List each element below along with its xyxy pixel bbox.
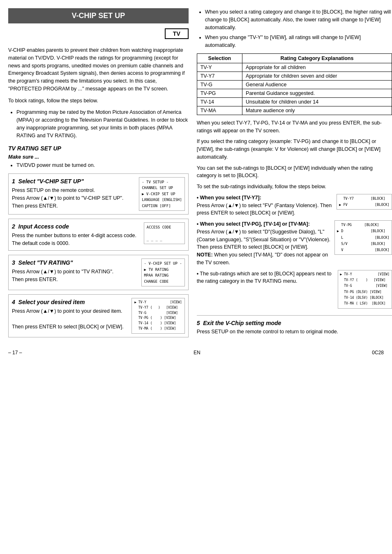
left-bullet-list: Programming may be rated by the Motion P… bbox=[8, 108, 189, 139]
step-1-text: 1 Select "V-CHIP SET UP" Press SETUP on … bbox=[12, 177, 136, 210]
prereq-item: TV/DVD power must be turned on. bbox=[16, 162, 189, 169]
step-3-text: 3 Select "TV RATING" Press Arrow (▲/▼) t… bbox=[12, 259, 138, 284]
footer-page: – 17 – bbox=[8, 350, 22, 355]
step-4-text: 4 Select your desired item Press Arrow (… bbox=[12, 298, 128, 330]
table-cell-desc: Parental Guidance suggested. bbox=[242, 89, 392, 97]
step-1-num: 1 Select "V-CHIP SET UP" bbox=[12, 177, 136, 186]
step-2-body: Press the number buttons to enter 4-digi… bbox=[12, 232, 141, 247]
sub-screen-y7: TV-Y7 [BLOCK] ▶ FV [BLOCK] bbox=[337, 194, 392, 210]
right-bullet-2: When you change "TV-Y" to [VIEW], all ra… bbox=[205, 34, 392, 49]
tv-badge: TV bbox=[165, 28, 189, 39]
right-para-1: When you select TV-Y7, TV-PG, TV-14 or T… bbox=[197, 119, 392, 135]
prereq-list: TV/DVD power must be turned on. bbox=[8, 162, 189, 169]
table-row: TV-14 Unsuitable for children under 14 bbox=[197, 97, 392, 106]
step-2-num: 2 Input Access code bbox=[12, 222, 141, 231]
intro-para-2: To block ratings, follow the steps below… bbox=[8, 97, 189, 105]
right-bullet-1: When you select a rating category and ch… bbox=[205, 8, 392, 31]
sub-screen-pg: TV-PG [BLOCK] ▶ D [BLOCK] L [BLOCK] S/V … bbox=[334, 220, 392, 255]
step-3-num: 3 Select "TV RATING" bbox=[12, 259, 138, 267]
table-header-explanations: Rating Category Explanations bbox=[242, 53, 392, 63]
step-2-box: 2 Input Access code Press the number but… bbox=[8, 219, 189, 251]
sub-section-block: ▶ TV-Y [VIEW] TV-Y7 ( ) [VIEW] TV-G [VIE… bbox=[197, 270, 392, 311]
make-sure-label: Make sure ... bbox=[8, 154, 189, 160]
table-row: TV-MA Mature audience only bbox=[197, 106, 392, 115]
right-para-4: To set the sub-ratings individually, fol… bbox=[197, 183, 392, 191]
left-column: V-CHIP SET UP TV V-CHIP enables parents … bbox=[8, 8, 189, 342]
step-3-screen: - V-CHIP SET UP - ▶ TV RATING MPAA RATIN… bbox=[141, 259, 185, 286]
table-row: TV-Y7 Appropriate for children seven and… bbox=[197, 72, 392, 80]
right-bullet-list: When you select a rating category and ch… bbox=[197, 8, 392, 49]
table-cell-rating: TV-Y7 bbox=[197, 72, 242, 80]
sub-bullet-pg-title: • When you select [TV-PG], [TV-14] or [T… bbox=[197, 221, 310, 227]
table-row: TV-PG Parental Guidance suggested. bbox=[197, 89, 392, 97]
step-4-body: Press Arrow (▲/▼) to point to your desir… bbox=[12, 307, 128, 330]
step-3-box: 3 Select "TV RATING" Press Arrow (▲/▼) t… bbox=[8, 255, 189, 290]
table-cell-rating: TV-PG bbox=[197, 89, 242, 97]
sub-section-y7: TV-Y7 [BLOCK] ▶ FV [BLOCK] • When you se… bbox=[197, 194, 392, 220]
step-4-screen: ▶ TV-Y [VIEW] TV-Y7 ( ) [VIEW] TV-G [VIE… bbox=[131, 298, 185, 334]
bullet-mpaa: Programming may be rated by the Motion P… bbox=[16, 108, 189, 139]
step-2-screen: ACCESS CODE _ _ _ _ bbox=[144, 222, 185, 244]
right-para-3: You can set the sub-ratings to [BLOCK] o… bbox=[197, 164, 392, 180]
table-cell-rating: TV-14 bbox=[197, 97, 242, 106]
step-5-num: 5 Exit the V-Chip setting mode bbox=[197, 320, 392, 326]
sub-bullet-y7-title: • When you select [TV-Y7]: bbox=[197, 195, 261, 201]
step-5-body: Press SETUP on the remote control to ret… bbox=[197, 328, 392, 336]
note-label: NOTE: bbox=[197, 252, 213, 258]
table-row: TV-G General Audience bbox=[197, 80, 392, 89]
table-row: TV-Y Appropriate for all children bbox=[197, 63, 392, 72]
footer-code: 0C28 bbox=[372, 350, 384, 355]
footer-lang: EN bbox=[194, 350, 201, 355]
table-cell-rating: TV-G bbox=[197, 80, 242, 89]
table-cell-desc: Appropriate for children seven and older bbox=[242, 72, 392, 80]
page-title: V-CHIP SET UP bbox=[8, 8, 189, 23]
step-4-box: 4 Select your desired item Press Arrow (… bbox=[8, 294, 189, 337]
table-cell-rating: TV-Y bbox=[197, 63, 242, 72]
step-2-text: 2 Input Access code Press the number but… bbox=[12, 222, 141, 247]
sub-section-pg: TV-PG [BLOCK] ▶ D [BLOCK] L [BLOCK] S/V … bbox=[197, 220, 392, 270]
right-para-2: If you select the rating category (examp… bbox=[197, 138, 392, 161]
rating-table: Selection Rating Category Explanations T… bbox=[197, 53, 392, 115]
sub-bullet-block-title: • bbox=[197, 271, 198, 277]
table-cell-rating: TV-MA bbox=[197, 106, 242, 115]
table-header-selection: Selection bbox=[197, 53, 242, 63]
footer: – 17 – EN 0C28 bbox=[8, 350, 384, 355]
right-column: When you select a rating category and ch… bbox=[197, 8, 392, 342]
step-1-body: Press SETUP on the remote control.Press … bbox=[12, 187, 136, 210]
table-cell-desc: General Audience bbox=[242, 80, 392, 89]
intro-para-1: V-CHIP enables parents to prevent their … bbox=[8, 46, 189, 93]
table-cell-desc: Appropriate for all children bbox=[242, 63, 392, 72]
step-3-body: Press Arrow (▲/▼) to point to "TV RATING… bbox=[12, 268, 138, 284]
step-1-screen: - TV SETUP - CHANNEL SET UP ▶ V-CHIP SET… bbox=[139, 177, 185, 211]
step-1-box: 1 Select "V-CHIP SET UP" Press SETUP on … bbox=[8, 173, 189, 215]
sub-screen-block: ▶ TV-Y [VIEW] TV-Y7 ( ) [VIEW] TV-G [VIE… bbox=[338, 270, 392, 309]
tv-rating-section-title: TV RATING SET UP bbox=[8, 145, 189, 152]
step-4-num: 4 Select your desired item bbox=[12, 298, 128, 307]
table-cell-desc: Unsuitable for children under 14 bbox=[242, 97, 392, 106]
table-cell-desc: Mature audience only bbox=[242, 106, 392, 115]
step-5-box: 5 Exit the V-Chip setting mode Press SET… bbox=[197, 315, 392, 336]
